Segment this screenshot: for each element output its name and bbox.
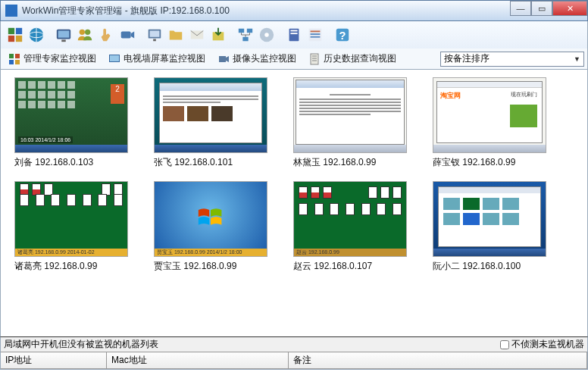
screenshot-preview [293,77,407,153]
svg-point-10 [85,30,90,35]
svg-rect-7 [58,31,70,38]
svg-rect-27 [311,33,321,35]
tab-label: 摄像头监控视图 [233,52,296,65]
status-strip: 贾宝玉 192.168.0.99 2014/1/2 18:00 [155,249,267,256]
view-tabs: 管理专家监控视图 电视墙屏幕监控视图 摄像头监控视图 历史数据查询视图 按备注排… [0,48,588,70]
users-icon[interactable] [75,25,95,45]
svg-rect-28 [311,36,321,38]
client-caption: 刘备 192.168.0.103 [14,156,93,169]
tab-history-query[interactable]: 历史数据查询视图 [304,51,401,67]
client-caption: 林黛玉 192.168.0.99 [293,156,376,169]
tv-icon [108,53,120,65]
notebook-icon[interactable] [284,25,304,45]
tab-expert-monitor[interactable]: 管理专家监控视图 [4,51,101,67]
minimize-button[interactable]: — [510,1,531,16]
svg-rect-37 [219,56,226,62]
screenshot-preview: 2 16:03 2014/1/2 18:06 [14,77,128,153]
table-header: IP地址 Mac地址 备注 [1,352,587,369]
client-thumb[interactable]: 2 16:03 2014/1/2 18:06 刘备 192.168.0.103 [14,77,128,169]
maximize-button[interactable]: ▭ [531,1,552,16]
status-strip: 诸葛亮 192.168.0.99 2014-01-02 [15,249,127,256]
sort-selected-value: 按备注排序 [444,52,489,65]
unmonitored-panel: 局域网中开机但没有被监视的机器列表 不侦测未监视机器 IP地址 Mac地址 备注 [0,336,588,370]
svg-rect-2 [8,36,14,42]
svg-rect-14 [153,39,156,42]
mail-icon[interactable] [187,25,207,45]
main-toolbar: ? [0,21,588,48]
svg-rect-24 [290,33,297,34]
app-icon [5,5,17,17]
svg-rect-19 [242,37,248,42]
col-note[interactable]: 备注 [289,352,587,369]
folder-icon[interactable] [166,25,186,45]
client-thumb[interactable]: 赵云 192.168.0.99 赵云 192.168.0.107 [293,181,407,273]
site-logo: 淘宝网 [440,91,461,101]
screenshot-preview: 淘宝网 现在玩刷门 [433,77,546,153]
client-caption: 阮小二 192.168.0.100 [433,260,521,273]
svg-rect-38 [311,54,318,64]
screenshot-preview: 诸葛亮 192.168.0.99 2014-01-02 [14,181,128,257]
panel-header: 局域网中开机但没有被监视的机器列表 不侦测未监视机器 [1,337,587,352]
client-thumb[interactable]: 林黛玉 192.168.0.99 [293,77,407,169]
client-caption: 贾宝玉 192.168.0.99 [154,260,236,273]
svg-rect-11 [121,31,131,38]
help-icon[interactable]: ? [333,25,352,45]
svg-rect-0 [8,28,14,34]
tab-tvwall-monitor[interactable]: 电视墙屏幕监控视图 [104,51,210,67]
client-thumb[interactable]: 张飞 192.168.0.101 [154,77,267,169]
svg-rect-8 [61,39,66,42]
svg-rect-31 [9,54,14,58]
close-button[interactable]: ✕ [552,1,587,16]
client-caption: 薛宝钗 192.168.0.99 [433,156,515,169]
svg-point-9 [80,30,85,35]
checkbox-label: 不侦测未监视机器 [511,338,584,351]
webcam-icon [217,53,230,65]
svg-rect-26 [311,31,321,33]
screenshot-preview: 赵云 192.168.0.99 [293,181,407,257]
col-ip[interactable]: IP地址 [1,352,107,369]
display-icon[interactable] [145,25,164,45]
svg-rect-23 [290,30,297,32]
list-icon[interactable] [305,25,325,45]
window-title: WorkWin管理专家管理端 - 旗舰版 IP:192.168.0.100 [22,5,230,17]
grid-icon [8,53,20,65]
client-thumb[interactable]: 贾宝玉 192.168.0.99 2014/1/2 18:00 贾宝玉 192.… [154,181,267,273]
sort-dropdown[interactable]: 按备注排序 ▼ [440,52,584,67]
no-detect-checkbox[interactable]: 不侦测未监视机器 [500,338,584,351]
network-icon[interactable] [236,25,255,45]
screenshot-preview: 贾宝玉 192.168.0.99 2014/1/2 18:00 [154,181,267,257]
thumbnail-grid: 2 16:03 2014/1/2 18:06 刘备 192.168.0.103 … [0,70,588,336]
tab-label: 电视墙屏幕监控视图 [124,52,205,65]
monitor-icon[interactable] [54,25,74,45]
client-caption: 诸葛亮 192.168.0.99 [14,260,97,273]
client-thumb[interactable]: 阮小二 192.168.0.100 [433,181,546,273]
tab-label: 历史数据查询视图 [324,52,396,65]
client-thumb[interactable]: 诸葛亮 192.168.0.99 2014-01-02 诸葛亮 192.168.… [14,181,128,273]
panel-title: 局域网中开机但没有被监视的机器列表 [4,338,158,351]
screenshot-preview [154,77,267,153]
svg-rect-1 [16,28,22,34]
document-icon [308,53,321,65]
svg-text:?: ? [339,30,346,42]
screens-icon[interactable] [5,25,25,45]
tab-camera-monitor[interactable]: 摄像头监控视图 [213,51,301,67]
checkbox-input[interactable] [500,340,509,349]
svg-point-21 [264,33,269,37]
calendar-widget: 2 [111,84,124,104]
client-thumb[interactable]: 淘宝网 现在玩刷门 薛宝钗 192.168.0.99 [433,77,546,169]
window-controls: — ▭ ✕ [510,1,587,16]
clock-overlay: 16:03 2014/1/2 18:06 [18,136,73,143]
camera-icon[interactable] [117,25,137,45]
svg-rect-18 [247,29,252,33]
svg-rect-34 [15,60,20,64]
client-caption: 张飞 192.168.0.101 [154,156,233,169]
disc-icon[interactable] [257,25,277,45]
svg-rect-3 [16,36,22,42]
hand-icon[interactable] [96,25,116,45]
client-caption: 赵云 192.168.0.107 [293,260,372,273]
status-strip: 赵云 192.168.0.99 [294,249,406,256]
export-icon[interactable] [208,25,228,45]
tab-label: 管理专家监控视图 [23,52,96,65]
col-mac[interactable]: Mac地址 [107,352,289,369]
globe-icon[interactable] [27,25,46,45]
